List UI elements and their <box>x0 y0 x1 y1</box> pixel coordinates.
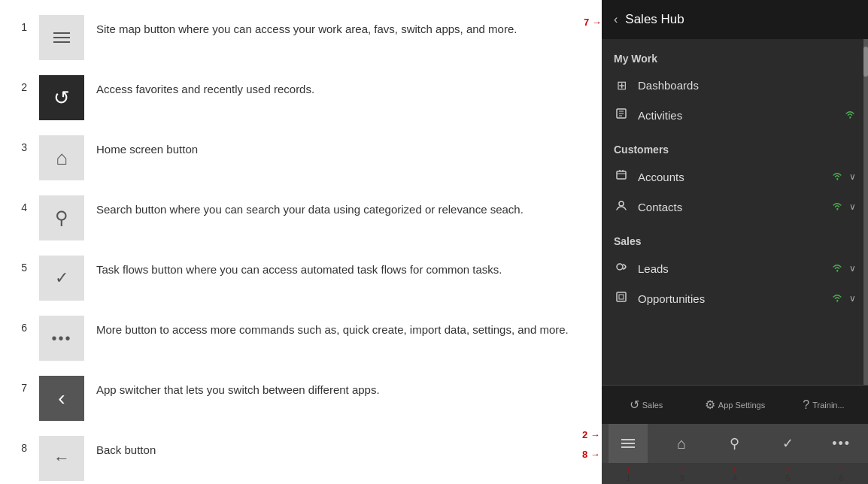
tab-sales[interactable]: ↺ Sales <box>602 386 690 424</box>
accounts-wifi-icon <box>831 171 843 183</box>
section-header-my-work: My Work <box>602 39 868 71</box>
item-7-description: App switcher that lets you switch betwee… <box>96 376 587 399</box>
item-number-8: 8 <box>15 442 27 454</box>
annotation-6: ↑ 6 <box>822 464 861 482</box>
annotation-3: ↑ 3 <box>662 464 701 482</box>
ann-label-4: 4 <box>733 473 737 482</box>
item-2-description: Access favorites and recently used recor… <box>96 75 587 98</box>
list-item: 7 ‹ App switcher that lets you switch be… <box>15 368 587 428</box>
opportunities-icon <box>614 291 629 306</box>
accounts-label: Accounts <box>638 171 822 183</box>
activities-icon <box>614 107 629 123</box>
leads-label: Leads <box>638 262 822 275</box>
item-6-description: More button to access more commands such… <box>96 316 587 339</box>
taskflow-icon-box[interactable]: ✓ <box>39 256 84 301</box>
item-number-1: 1 <box>15 21 27 33</box>
toolbar-home-button[interactable]: ⌂ <box>662 424 701 463</box>
dashboards-label: Dashboards <box>638 79 856 92</box>
leads-wifi-icon <box>831 263 843 274</box>
annotation-1: ↑ 1 <box>609 464 648 482</box>
hamburger-icon-box[interactable] <box>39 15 84 60</box>
opportunities-chevron-icon: ∨ <box>849 293 856 304</box>
toolbar-more-button[interactable]: ••• <box>822 424 861 463</box>
leads-right: ∨ <box>831 263 856 274</box>
opportunities-right: ∨ <box>831 293 856 304</box>
nav-menu: My Work ⊞ Dashboards Activities <box>602 39 868 385</box>
svg-rect-10 <box>617 292 626 301</box>
search-icon-box[interactable]: ⚲ <box>39 195 84 240</box>
section-header-sales: Sales <box>602 222 868 253</box>
item-number-6: 6 <box>15 322 27 334</box>
annotation-4: ↑ 4 <box>715 464 754 482</box>
recent-icon: ↺ <box>53 86 70 110</box>
hamburger-icon <box>53 32 70 43</box>
item-number-5: 5 <box>15 262 27 274</box>
activities-right <box>844 110 856 121</box>
activities-label: Activities <box>638 109 835 122</box>
toolbar-search-button[interactable]: ⚲ <box>715 424 754 463</box>
left-panel: 1 Site map button where you can access y… <box>0 0 602 484</box>
toolbar-number-annotations: ↑ 1 ↑ 3 ↑ 4 ↑ 5 ↑ 6 <box>602 463 868 484</box>
item-1-description: Site map button where you can access you… <box>96 15 587 38</box>
back-icon: ← <box>53 449 70 468</box>
more-icon: ••• <box>51 330 71 347</box>
item-number-4: 4 <box>15 201 27 213</box>
item-4-description: Search button where you can search your … <box>96 195 587 219</box>
contacts-wifi-icon <box>831 201 843 213</box>
tab-app-settings[interactable]: ⚙ App Settings <box>690 386 779 424</box>
home-icon-box[interactable]: ⌂ <box>39 135 84 180</box>
section-header-customers: Customers <box>602 130 868 162</box>
accounts-chevron-icon: ∨ <box>849 171 856 182</box>
leads-chevron-icon: ∨ <box>849 263 856 274</box>
toolbar-menu-button[interactable] <box>609 424 648 463</box>
ann-arrow-3: ↑ <box>679 464 684 473</box>
item-number-7: 7 <box>15 382 27 394</box>
nav-item-contacts[interactable]: Contacts ∨ <box>602 192 868 222</box>
item-number-3: 3 <box>15 141 27 153</box>
arrow-2-label: 2 → <box>582 429 600 440</box>
nav-item-activities[interactable]: Activities <box>602 100 868 130</box>
svg-rect-4 <box>617 171 626 179</box>
toolbar-home-icon: ⌂ <box>677 435 686 452</box>
sales-tab-icon: ↺ <box>630 398 639 412</box>
item-5-description: Task flows button where you can access a… <box>96 256 587 279</box>
item-3-description: Home screen button <box>96 135 587 159</box>
annotation-5: ↑ 5 <box>769 464 808 482</box>
scrollbar-thumb[interactable] <box>863 47 868 77</box>
leads-icon <box>614 261 629 276</box>
back-icon-box[interactable]: ← <box>39 436 84 481</box>
app-settings-label: App Settings <box>718 401 765 410</box>
list-item: 5 ✓ Task flows button where you can acce… <box>15 248 587 308</box>
list-item: 6 ••• More button to access more command… <box>15 308 587 368</box>
contacts-label: Contacts <box>638 201 822 213</box>
more-icon-box[interactable]: ••• <box>39 316 84 361</box>
svg-rect-11 <box>619 295 624 299</box>
appswitcher-icon-box[interactable]: ‹ <box>39 376 84 421</box>
list-item: 1 Site map button where you can access y… <box>15 8 587 68</box>
toolbar-tasks-button[interactable]: ✓ <box>769 424 808 463</box>
recent-icon-box[interactable]: ↺ <box>39 75 84 120</box>
toolbar-search-icon: ⚲ <box>730 435 739 452</box>
ann-label-6: 6 <box>839 473 844 482</box>
arrow-2-section: 2 → ↺ Sales ⚙ App Settings ? Trainin... … <box>602 385 868 484</box>
contacts-icon <box>614 199 629 214</box>
nav-item-leads[interactable]: Leads ∨ <box>602 253 868 283</box>
tab-training[interactable]: ? Trainin... <box>779 386 868 424</box>
taskflow-icon: ✓ <box>55 268 68 288</box>
nav-item-accounts[interactable]: Accounts ∨ <box>602 162 868 192</box>
item-8-description: Back button <box>96 436 587 459</box>
item-number-2: 2 <box>15 81 27 93</box>
toolbar-section: 8 → ⌂ ⚲ ✓ <box>602 424 868 484</box>
nav-item-opportunities[interactable]: Opportunities ∨ <box>602 283 868 313</box>
arrow-8-indicator: 8 → <box>582 449 600 460</box>
opportunities-wifi-icon <box>831 293 843 304</box>
accounts-right: ∨ <box>831 171 856 183</box>
ann-arrow-1: ↑ <box>627 464 631 473</box>
list-item: 8 ← Back button <box>15 428 587 484</box>
training-label: Trainin... <box>812 401 844 410</box>
nav-item-dashboards[interactable]: ⊞ Dashboards <box>602 71 868 100</box>
back-arrow-button[interactable]: ‹ <box>614 13 618 26</box>
contacts-chevron-icon: ∨ <box>849 201 856 212</box>
ann-label-3: 3 <box>679 473 684 482</box>
home-icon: ⌂ <box>56 147 68 170</box>
